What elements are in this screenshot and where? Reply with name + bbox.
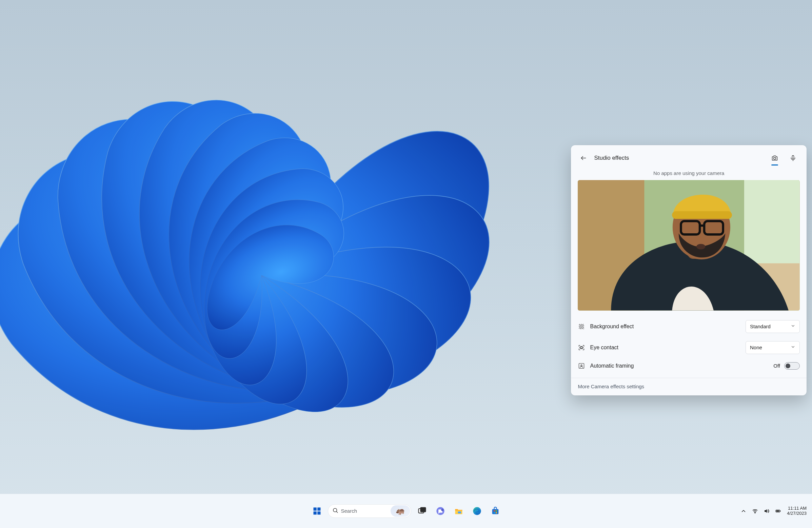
svg-point-34 bbox=[441, 509, 444, 511]
svg-line-16 bbox=[579, 324, 582, 327]
task-view-button[interactable] bbox=[415, 503, 430, 518]
microphone-tab[interactable] bbox=[786, 151, 800, 165]
svg-rect-39 bbox=[495, 510, 497, 512]
svg-rect-38 bbox=[494, 510, 495, 512]
camera-preview bbox=[578, 180, 800, 311]
svg-rect-41 bbox=[495, 512, 497, 513]
camera-tab[interactable] bbox=[768, 151, 782, 165]
svg-rect-25 bbox=[317, 507, 320, 510]
automatic-framing-toggle[interactable] bbox=[784, 362, 800, 370]
chevron-up-icon bbox=[740, 508, 746, 514]
back-button[interactable] bbox=[578, 152, 589, 164]
background-effect-dropdown[interactable]: Standard bbox=[745, 320, 800, 333]
camera-status: No apps are using your camera bbox=[578, 170, 800, 176]
chevron-down-icon bbox=[791, 324, 795, 329]
svg-point-21 bbox=[581, 346, 582, 348]
start-button[interactable] bbox=[309, 503, 324, 518]
flyout-title: Studio effects bbox=[594, 155, 629, 161]
chevron-down-icon bbox=[791, 344, 795, 350]
speaker-icon bbox=[764, 508, 770, 514]
svg-point-42 bbox=[755, 512, 755, 513]
svg-point-28 bbox=[333, 508, 337, 512]
svg-line-29 bbox=[336, 511, 337, 512]
svg-point-1 bbox=[774, 157, 776, 159]
search-highlight-icon[interactable]: 🦛 bbox=[391, 505, 410, 517]
eye-contact-label: Eye contact bbox=[590, 344, 741, 351]
eye-contact-value: None bbox=[750, 344, 762, 350]
folder-icon bbox=[454, 506, 463, 516]
svg-rect-35 bbox=[458, 511, 461, 513]
svg-point-23 bbox=[581, 365, 582, 366]
svg-marker-43 bbox=[765, 509, 767, 513]
clock-date: 4/27/2023 bbox=[787, 511, 807, 516]
wifi-button[interactable] bbox=[750, 504, 760, 518]
svg-rect-10 bbox=[672, 211, 732, 219]
eye-contact-dropdown[interactable]: None bbox=[745, 341, 800, 354]
svg-line-18 bbox=[580, 325, 584, 329]
svg-rect-26 bbox=[313, 511, 316, 514]
tray-overflow-button[interactable] bbox=[739, 504, 748, 518]
microphone-icon bbox=[789, 155, 796, 161]
automatic-framing-icon bbox=[578, 362, 585, 370]
eye-contact-icon bbox=[578, 344, 585, 351]
automatic-framing-label: Automatic framing bbox=[590, 363, 769, 369]
svg-rect-24 bbox=[313, 507, 316, 510]
svg-point-14 bbox=[697, 244, 706, 249]
svg-rect-45 bbox=[777, 510, 779, 511]
studio-effects-flyout: Studio effects No apps are using your ca… bbox=[571, 145, 807, 396]
wifi-icon bbox=[752, 508, 758, 514]
automatic-framing-state: Off bbox=[773, 363, 780, 369]
chat-button[interactable] bbox=[433, 503, 448, 518]
svg-rect-37 bbox=[492, 509, 498, 514]
volume-button[interactable] bbox=[762, 504, 771, 518]
setting-row-eye-contact: Eye contact None bbox=[578, 338, 800, 357]
svg-point-36 bbox=[473, 507, 481, 515]
setting-row-automatic-framing: Automatic framing Off bbox=[578, 359, 800, 373]
background-effect-label: Background effect bbox=[590, 324, 741, 330]
battery-button[interactable] bbox=[773, 504, 783, 518]
store-icon bbox=[491, 506, 500, 516]
svg-line-20 bbox=[583, 329, 584, 329]
taskbar: Search 🦛 bbox=[0, 494, 812, 528]
edge-button[interactable] bbox=[469, 503, 484, 518]
microsoft-store-button[interactable] bbox=[488, 503, 503, 518]
svg-rect-40 bbox=[494, 512, 495, 513]
background-effect-icon bbox=[578, 323, 585, 330]
svg-rect-31 bbox=[420, 507, 425, 512]
svg-rect-2 bbox=[792, 156, 794, 159]
windows-icon bbox=[312, 506, 322, 516]
svg-rect-27 bbox=[317, 511, 320, 514]
setting-row-background-effect: Background effect Standard bbox=[578, 317, 800, 337]
edge-icon bbox=[472, 506, 482, 516]
chat-icon bbox=[436, 506, 445, 516]
task-view-icon bbox=[417, 506, 427, 516]
svg-rect-46 bbox=[780, 510, 781, 511]
background-effect-value: Standard bbox=[750, 324, 771, 329]
camera-icon bbox=[771, 154, 779, 162]
taskbar-search[interactable]: Search 🦛 bbox=[328, 504, 411, 518]
clock-time: 11:11 AM bbox=[787, 506, 807, 511]
taskbar-clock[interactable]: 11:11 AM 4/27/2023 bbox=[785, 506, 809, 516]
search-icon bbox=[332, 507, 338, 515]
battery-icon bbox=[775, 508, 781, 514]
more-camera-effects-link[interactable]: More Camera effects settings bbox=[578, 378, 800, 396]
file-explorer-button[interactable] bbox=[451, 503, 466, 518]
svg-line-15 bbox=[579, 324, 580, 325]
